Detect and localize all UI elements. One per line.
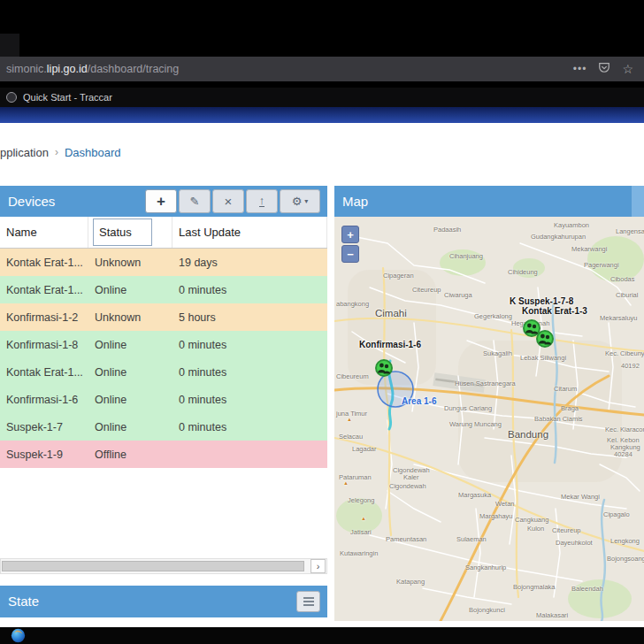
zoom-out-button[interactable]: − <box>341 245 359 263</box>
browser-url-bar[interactable]: simonic.lipi.go.id/dashboard/tracing •••… <box>0 57 644 81</box>
device-last-update: 5 hours <box>172 311 327 324</box>
device-name: Konfirmasi-1-2 <box>0 311 88 324</box>
device-name: Suspek-1-9 <box>0 448 88 461</box>
url-text[interactable]: simonic.lipi.go.id/dashboard/tracing <box>6 63 179 75</box>
device-name: Konfirmasi-1-6 <box>0 394 88 406</box>
settings-button[interactable]: ⚙▾ <box>280 189 320 213</box>
device-status: Offline <box>88 448 172 461</box>
breadcrumb-separator-icon: › <box>55 146 58 158</box>
device-status: Online <box>88 366 172 379</box>
app-header-bar <box>0 107 644 123</box>
breadcrumb-application[interactable]: pplication <box>0 146 49 159</box>
map-zoom-control: + − <box>341 226 359 263</box>
devices-table-body: Kontak Erat-1...Unknown19 daysKontak Era… <box>0 249 327 468</box>
window-corner-tab <box>0 34 19 57</box>
upload-button[interactable]: ↑ <box>246 189 278 213</box>
list-icon <box>303 596 315 607</box>
url-prefix: simonic. <box>6 63 47 75</box>
device-last-update: 0 minutes <box>172 421 327 433</box>
device-marker[interactable] <box>374 358 394 378</box>
column-header-last-update[interactable]: Last Update <box>172 217 327 248</box>
device-last-update: 0 minutes <box>172 394 327 406</box>
device-name: Kontak Erat-1... <box>0 366 88 379</box>
taskbar <box>0 627 644 644</box>
bookmarks-bar: Quick Start - Traccar <box>0 88 644 107</box>
edit-icon: ✎ <box>190 196 200 207</box>
overflow-menu-icon[interactable]: ••• <box>573 63 587 75</box>
map-panel-header: Map <box>334 186 644 217</box>
url-domain: lipi.go.id <box>47 63 88 75</box>
pocket-icon[interactable] <box>598 61 610 77</box>
map-markers <box>334 217 644 621</box>
upload-icon: ↑ <box>259 196 265 208</box>
horizontal-scrollbar[interactable]: › <box>0 558 327 574</box>
device-last-update: 0 minutes <box>172 284 327 296</box>
device-name: Kontak Erat-1... <box>0 257 88 269</box>
table-row[interactable]: Konfirmasi-1-6Online0 minutes <box>0 386 327 413</box>
table-row[interactable]: Kontak Erat-1...Online0 minutes <box>0 276 327 303</box>
state-panel-title: State <box>0 594 39 609</box>
delete-icon: × <box>225 195 233 208</box>
device-status: Unknown <box>88 311 172 324</box>
breadcrumb-dashboard[interactable]: Dashboard <box>65 146 121 159</box>
map-area-label: Area 1-6 <box>402 396 436 406</box>
add-icon: + <box>157 194 165 209</box>
breadcrumb: pplication › Dashboard <box>0 142 121 162</box>
devices-panel-title: Devices <box>0 194 55 209</box>
map-canvas[interactable]: PadaasihKayuambonLangensariGudangkahurup… <box>334 217 644 621</box>
delete-button[interactable]: × <box>212 189 244 213</box>
device-name: Kontak Erat-1... <box>0 284 88 296</box>
device-status: Unknown <box>88 257 172 269</box>
urlbar-icons: ••• ☆ <box>573 61 633 77</box>
device-last-update: 0 minutes <box>172 339 327 351</box>
devices-panel-header: Devices +✎×↑⚙▾ <box>0 186 327 217</box>
zoom-in-button[interactable]: + <box>341 226 359 243</box>
devices-table-header: Name Status Last Update <box>0 217 327 249</box>
device-name: Suspek-1-7 <box>0 421 88 433</box>
state-menu-button[interactable] <box>296 591 320 612</box>
devices-toolbar: +✎×↑⚙▾ <box>145 189 320 213</box>
add-button[interactable]: + <box>145 189 177 213</box>
bookmark-star-icon[interactable]: ☆ <box>622 62 633 76</box>
table-row[interactable]: Kontak Erat-1...Unknown19 days <box>0 249 327 276</box>
device-status: Online <box>88 394 172 406</box>
browser-taskbar-icon[interactable] <box>11 628 26 643</box>
scrollbar-right-arrow[interactable]: › <box>310 559 326 573</box>
column-header-status-label: Status <box>93 218 152 246</box>
device-last-update: 0 minutes <box>172 366 327 379</box>
column-header-name[interactable]: Name <box>0 217 88 248</box>
caret-down-icon: ▾ <box>304 197 308 205</box>
map-panel-title: Map <box>334 194 368 209</box>
device-last-update: 19 days <box>172 257 327 269</box>
bookmark-item[interactable]: Quick Start - Traccar <box>23 92 112 103</box>
device-status: Online <box>88 284 172 296</box>
url-path: /dashboard/tracing <box>88 63 180 75</box>
state-panel-header: State <box>0 586 327 617</box>
bookmark-favicon-icon <box>6 92 17 103</box>
table-row[interactable]: Suspek-1-7Online0 minutes <box>0 413 327 441</box>
edit-button[interactable]: ✎ <box>179 189 211 213</box>
column-header-status[interactable]: Status <box>88 217 172 248</box>
table-row[interactable]: Konfirmasi-1-2Unknown5 hours <box>0 303 327 331</box>
screen: simonic.lipi.go.id/dashboard/tracing •••… <box>0 0 644 644</box>
scrollbar-thumb[interactable] <box>2 561 304 571</box>
device-status: Online <box>88 339 172 351</box>
device-name: Konfirmasi-1-8 <box>0 339 88 351</box>
device-marker[interactable] <box>535 329 555 349</box>
table-row[interactable]: Suspek-1-9Offline <box>0 441 327 468</box>
device-status: Online <box>88 421 172 433</box>
settings-icon: ⚙ <box>292 196 303 207</box>
table-row[interactable]: Kontak Erat-1...Online0 minutes <box>0 358 327 386</box>
map-collapse-button[interactable] <box>632 186 644 217</box>
table-row[interactable]: Konfirmasi-1-8Online0 minutes <box>0 331 327 358</box>
